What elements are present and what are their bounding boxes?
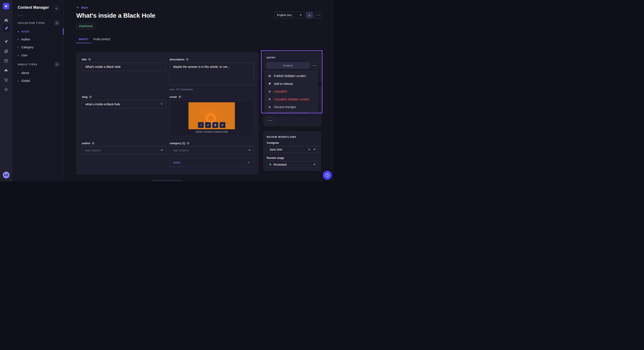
description-textarea[interactable]: Maybe the answer is in this article, or … — [170, 62, 254, 85]
marketplace-cart-icon[interactable] — [0, 76, 12, 84]
trash-icon — [214, 124, 217, 127]
slug-input[interactable] — [82, 100, 166, 108]
clear-assignee-icon[interactable] — [308, 148, 310, 151]
search-button[interactable] — [53, 5, 60, 12]
media-library-icon[interactable] — [0, 48, 12, 55]
chevron-down-icon — [248, 150, 251, 151]
ellipsis-icon — [316, 15, 320, 15]
menu-item-discard-changes[interactable]: Discard changes — [265, 103, 318, 111]
bullet-icon — [18, 31, 19, 32]
assignee-value: Jane Doe — [270, 148, 308, 151]
sidebar-item-label: Global — [21, 79, 30, 82]
tab-published[interactable]: PUBLISHED — [91, 36, 112, 43]
plus-icon — [199, 124, 202, 127]
single-types-label: SINGLE TYPES — [18, 63, 37, 66]
sidebar-item-article[interactable]: Article — [18, 30, 30, 33]
main-navbar: KD — [0, 0, 12, 181]
status-badge: Published — [76, 23, 96, 29]
globe-icon — [92, 142, 94, 145]
entry-more-button[interactable] — [311, 62, 318, 69]
sidebar-item-global[interactable]: Global — [18, 79, 30, 82]
user-avatar[interactable]: KD — [3, 172, 10, 178]
cross-icon — [268, 90, 271, 93]
home-icon[interactable] — [0, 16, 12, 24]
sidebar-item-category[interactable]: Category — [18, 45, 34, 49]
locale-select[interactable]: English (en) — [274, 12, 304, 18]
category-relation-select[interactable]: Add relation — [170, 146, 254, 154]
chevron-down-icon — [300, 14, 302, 16]
assignee-select[interactable]: Jane Doe — [267, 146, 318, 153]
question-mark-icon — [325, 173, 330, 177]
globe-icon — [186, 58, 189, 61]
description-field-group: description Maybe the answer is in this … — [170, 57, 254, 91]
cloud-icon[interactable] — [0, 67, 12, 74]
review-workflows-panel: REVIEW WORKFLOWS Assignee Jane Doe Revie… — [264, 131, 321, 171]
page-title: What's inside a Black Hole — [76, 12, 155, 19]
sidebar-item-about[interactable]: About — [18, 71, 29, 75]
globe-icon — [178, 95, 181, 98]
list-plus-icon — [268, 74, 271, 78]
menu-item-unpublish[interactable]: Unpublish — [265, 88, 318, 95]
bullet-icon — [18, 80, 19, 81]
title-field-group: title — [82, 57, 166, 71]
category-placeholder: Add relation — [173, 149, 189, 152]
sidebar-item-label: User — [21, 54, 28, 57]
menu-item-unpublish-multiple-locales[interactable]: Unpublish Multiple Locales — [265, 95, 318, 103]
download-icon — [308, 13, 311, 16]
globe-icon — [89, 95, 92, 98]
chevron-down-icon — [314, 149, 316, 150]
author-relation-select[interactable]: Add relation — [82, 146, 166, 154]
strapi-logo-icon — [4, 4, 8, 8]
feather-icon — [4, 26, 8, 31]
black-hole-image — [188, 102, 235, 129]
assignee-label: Assignee — [267, 141, 279, 144]
pencil-icon — [221, 124, 224, 127]
header-more-button[interactable] — [314, 12, 321, 18]
description-hint: max. 80 characters — [170, 88, 254, 91]
schedule-more-button[interactable] — [267, 117, 274, 124]
delete-media-button[interactable] — [212, 122, 218, 128]
stage-status-dot — [270, 164, 271, 166]
strapi-logo[interactable] — [3, 3, 9, 9]
collection-types-count: 4 — [54, 21, 59, 25]
menu-item-publish-multiple-locales[interactable]: Publish Multiple Locales — [265, 72, 318, 80]
edit-media-button[interactable] — [220, 122, 226, 128]
sidebar-item-user[interactable]: User — [18, 54, 28, 57]
remove-relation-icon[interactable] — [248, 161, 250, 164]
bullet-icon — [18, 55, 19, 56]
export-button[interactable] — [306, 12, 313, 18]
review-stage-select[interactable]: Reviewed — [267, 161, 318, 168]
refresh-icon — [160, 102, 163, 105]
relation-link[interactable]: news — [173, 161, 180, 164]
stage-value: Reviewed — [274, 163, 314, 166]
settings-gear-icon[interactable] — [0, 86, 12, 93]
add-media-button[interactable] — [198, 122, 204, 128]
slug-field-label: slug — [82, 95, 88, 98]
cover-actions — [198, 122, 226, 128]
category-field-label: category (1) — [170, 142, 185, 145]
tab-draft[interactable]: DRAFT — [76, 36, 91, 43]
menu-item-add-to-release[interactable]: Add to release — [265, 80, 318, 88]
publish-button[interactable]: Publish — [267, 62, 309, 69]
sidebar-title: Content Manager — [18, 5, 49, 10]
regenerate-slug-button[interactable] — [160, 102, 163, 105]
content-type-builder-icon[interactable] — [0, 57, 12, 64]
releases-icon[interactable] — [0, 38, 12, 45]
ellipsis-icon — [313, 65, 316, 66]
back-link[interactable]: Back — [76, 6, 88, 9]
bullet-icon — [18, 72, 19, 74]
sidebar-item-label: About — [21, 71, 29, 75]
cross-icon — [268, 105, 271, 109]
cover-media-box: what-s-inside-a-black-hole — [170, 100, 254, 136]
copy-link-button[interactable] — [205, 122, 211, 128]
author-field-group: author Add relation — [82, 141, 166, 154]
title-input[interactable] — [82, 62, 166, 71]
author-placeholder: Add relation — [85, 149, 101, 152]
cross-icon — [268, 98, 271, 101]
content-manager-nav-item[interactable] — [2, 24, 10, 32]
bullet-icon — [18, 39, 19, 40]
sidebar-item-author[interactable]: Author — [18, 38, 30, 41]
help-button[interactable] — [323, 171, 332, 180]
description-field-label: description — [170, 58, 184, 61]
content-manager-sidebar: Content Manager COLLECTION TYPES 4 Artic… — [12, 0, 64, 181]
